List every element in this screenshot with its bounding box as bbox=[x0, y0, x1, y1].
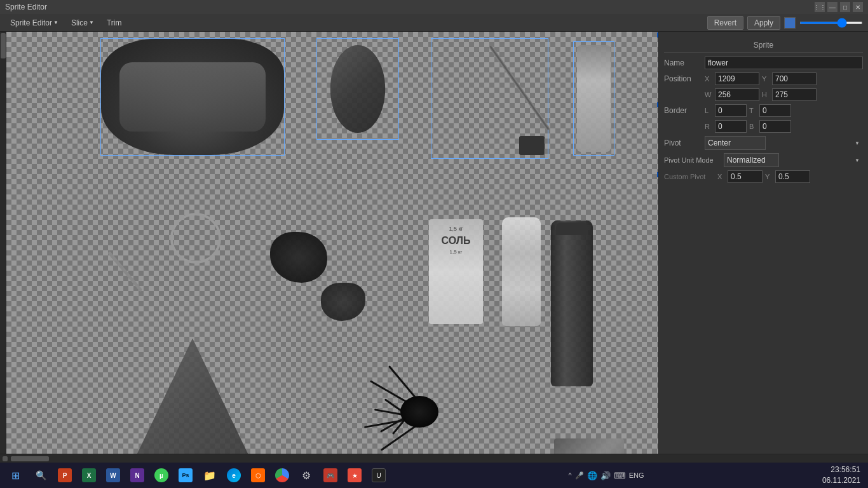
sprite-coal bbox=[261, 226, 369, 324]
pivot-select[interactable]: Center Top Left Top Top Right Left Right… bbox=[705, 136, 766, 150]
custom-y-label: Y bbox=[765, 173, 773, 180]
sprite-knife bbox=[431, 38, 548, 159]
border-l-input[interactable] bbox=[715, 104, 747, 117]
custom-x-label: X bbox=[717, 173, 725, 180]
menu-icon[interactable]: ⋮⋮ bbox=[815, 2, 825, 12]
canvas-area[interactable]: 1,5 кг СОЛЬ 1,5 кг bbox=[6, 32, 658, 454]
taskbar-chrome[interactable] bbox=[271, 464, 294, 487]
pivot-select-wrapper[interactable]: Center Top Left Top Top Right Left Right… bbox=[705, 136, 863, 150]
taskbar-system-tray: ^ 🎤 🌐 🔊 ⌨ ENG bbox=[564, 471, 648, 480]
taskbar-unity[interactable]: U bbox=[367, 464, 390, 487]
taskbar-game-app[interactable]: 🎮 bbox=[319, 464, 342, 487]
taskbar-utorrent[interactable]: µ bbox=[150, 464, 173, 487]
minimize-button[interactable]: — bbox=[827, 2, 837, 12]
r-label: R bbox=[705, 123, 712, 130]
title-bar-title: Sprite Editor bbox=[5, 3, 47, 11]
pivot-unit-select[interactable]: Normalized Pixels bbox=[724, 153, 779, 167]
y-label: Y bbox=[762, 75, 770, 83]
clock-date: 06.11.2021 bbox=[822, 475, 860, 486]
taskbar-photoshop[interactable]: Ps bbox=[174, 464, 197, 487]
position-label: Position bbox=[664, 74, 702, 83]
chevron-down-icon: ▼ bbox=[53, 20, 58, 25]
taskbar-explorer[interactable]: 📁 bbox=[198, 464, 221, 487]
custom-pivot-x-input[interactable] bbox=[728, 170, 763, 183]
border-b-input[interactable] bbox=[759, 120, 791, 133]
right-panel: Sprite Name Position X Y W bbox=[658, 32, 868, 454]
pivot-row: Pivot Center Top Left Top Top Right Left… bbox=[664, 136, 863, 150]
clock-time: 23:56:51 bbox=[822, 464, 860, 475]
horizontal-scroll-thumb[interactable] bbox=[11, 456, 49, 461]
taskbar-app1[interactable]: ⬡ bbox=[247, 464, 269, 487]
microphone-icon[interactable]: 🎤 bbox=[575, 471, 584, 480]
t-label: T bbox=[749, 107, 757, 114]
sprite-lighter bbox=[573, 41, 614, 156]
l-label: L bbox=[705, 107, 712, 114]
network-icon[interactable]: 🌐 bbox=[587, 471, 597, 480]
border-label: Border bbox=[664, 106, 702, 115]
position-row: Position X Y bbox=[664, 72, 863, 85]
pivot-label: Pivot bbox=[664, 139, 702, 147]
border-t-input[interactable] bbox=[759, 104, 791, 117]
revert-button[interactable]: Revert bbox=[707, 16, 743, 30]
pivot-unit-select-wrapper[interactable]: Normalized Pixels bbox=[724, 153, 863, 167]
menu-bar: Sprite Editor ▼ Slice ▼ Trim Revert Appl… bbox=[0, 14, 868, 32]
menu-trim[interactable]: Trim bbox=[102, 17, 127, 29]
zoom-slider[interactable] bbox=[799, 22, 863, 24]
color-swatch[interactable] bbox=[784, 17, 796, 29]
name-row: Name bbox=[664, 57, 863, 69]
menu-sprite-editor[interactable]: Sprite Editor ▼ bbox=[5, 17, 64, 29]
left-scrollbar[interactable] bbox=[0, 32, 6, 454]
slider-container bbox=[799, 22, 863, 24]
border-r-input[interactable] bbox=[715, 120, 747, 133]
taskbar-settings[interactable]: ⚙ bbox=[295, 464, 318, 487]
custom-pivot-y-input[interactable] bbox=[775, 170, 810, 183]
taskbar: ⊞ 🔍 P X W N µ Ps 📁 e ⬡ ⚙ 🎮 ★ U bbox=[0, 463, 868, 488]
name-input[interactable] bbox=[705, 57, 863, 69]
title-bar: Sprite Editor ⋮⋮ — □ ✕ bbox=[0, 0, 868, 14]
width-input[interactable] bbox=[715, 88, 759, 101]
size-row: W H bbox=[664, 88, 863, 101]
taskbar-clock[interactable]: 23:56:51 06.11.2021 bbox=[822, 464, 865, 486]
position-x-input[interactable] bbox=[715, 72, 759, 85]
panel-section-title: Sprite bbox=[664, 37, 863, 53]
tray-expand-icon[interactable]: ^ bbox=[568, 471, 571, 479]
volume-icon[interactable]: 🔊 bbox=[600, 471, 611, 480]
taskbar-visual-studio[interactable]: N bbox=[126, 464, 149, 487]
sprite-dark-bottle bbox=[550, 219, 594, 388]
custom-pivot-row: Custom Pivot X Y bbox=[664, 170, 863, 183]
search-button[interactable]: 🔍 bbox=[29, 464, 52, 487]
name-label: Name bbox=[664, 58, 702, 67]
taskbar-app2[interactable]: ★ bbox=[343, 464, 366, 487]
menu-slice[interactable]: Slice ▼ bbox=[66, 17, 99, 29]
bottom-scrollbar[interactable] bbox=[0, 454, 868, 463]
taskbar-word[interactable]: W bbox=[102, 464, 125, 487]
keyboard-icon[interactable]: ⌨ bbox=[614, 471, 626, 480]
pivot-unit-label: Pivot Unit Mode bbox=[664, 156, 721, 164]
start-button[interactable]: ⊞ bbox=[3, 464, 28, 487]
sprite-magnifier bbox=[100, 210, 234, 308]
custom-pivot-label: Custom Pivot bbox=[664, 173, 715, 180]
sprite-lighter2 bbox=[551, 435, 627, 454]
close-button[interactable]: ✕ bbox=[853, 2, 863, 12]
maximize-button[interactable]: □ bbox=[840, 2, 850, 12]
taskbar-edge[interactable]: e bbox=[222, 464, 245, 487]
apply-button[interactable]: Apply bbox=[747, 16, 780, 30]
pivot-unit-row: Pivot Unit Mode Normalized Pixels bbox=[664, 153, 863, 167]
sprite-water-bottle bbox=[501, 216, 542, 327]
chevron-down-icon: ▼ bbox=[89, 20, 94, 25]
sprite-salt: 1,5 кг СОЛЬ 1,5 кг bbox=[426, 216, 486, 327]
border-row: Border L T bbox=[664, 104, 863, 117]
language-indicator[interactable]: ENG bbox=[629, 471, 644, 479]
sprite-leaf bbox=[316, 38, 399, 140]
x-label: X bbox=[705, 75, 712, 83]
sprite-leaf2 bbox=[100, 324, 285, 454]
taskbar-excel[interactable]: X bbox=[78, 464, 100, 487]
position-y-input[interactable] bbox=[772, 72, 817, 85]
height-input[interactable] bbox=[772, 88, 817, 101]
sprite-bread bbox=[100, 38, 285, 156]
title-bar-controls[interactable]: ⋮⋮ — □ ✕ bbox=[815, 2, 863, 12]
sprite-spider bbox=[343, 349, 496, 454]
b-label: B bbox=[749, 123, 757, 130]
taskbar-powerpoint[interactable]: P bbox=[53, 464, 76, 487]
border-row2: R B bbox=[664, 120, 863, 133]
